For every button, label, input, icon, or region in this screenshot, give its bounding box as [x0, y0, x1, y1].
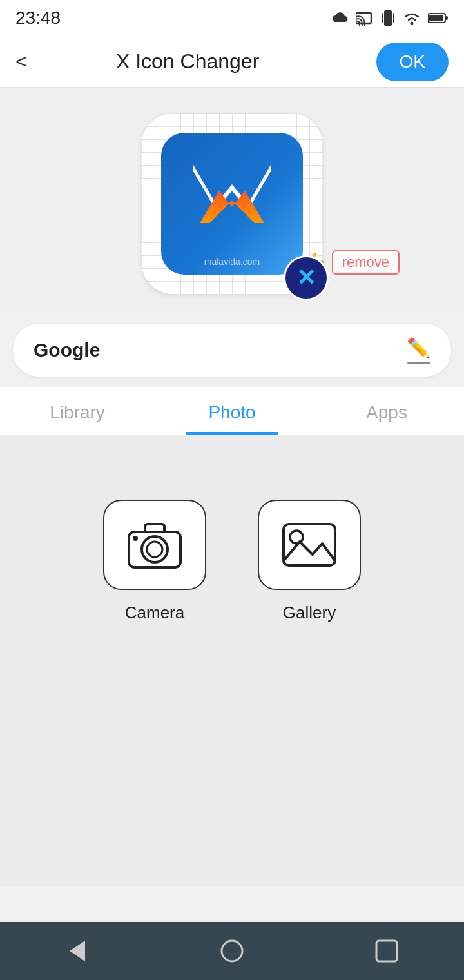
nav-bar: < X Icon Changer OK — [0, 36, 464, 88]
status-icons — [330, 9, 449, 27]
battery-icon — [428, 12, 449, 24]
camera-label: Camera — [125, 603, 184, 623]
app-name: Google — [34, 339, 100, 361]
name-section: Google ✏️ — [13, 324, 451, 377]
svg-rect-6 — [429, 15, 443, 21]
recent-nav-icon — [374, 938, 400, 964]
cast-icon — [356, 10, 374, 26]
svg-rect-18 — [376, 941, 397, 961]
camera-icon — [126, 519, 184, 571]
pencil-icon: ✏️ — [407, 337, 430, 359]
wifi-icon — [402, 10, 421, 26]
edit-name-button[interactable]: ✏️ — [407, 337, 430, 364]
svg-rect-14 — [284, 524, 335, 565]
ok-button[interactable]: OK — [376, 43, 449, 81]
x-badge-icon: ✕ — [296, 266, 316, 289]
gallery-icon-box — [258, 500, 361, 590]
x-badge: ✕ — [284, 255, 329, 300]
svg-point-12 — [147, 542, 162, 557]
photo-content: Camera Gallery — [0, 435, 464, 887]
tabs-row: Library Photo Apps — [0, 387, 464, 435]
status-bar: 23:48 — [0, 0, 464, 36]
gallery-icon — [280, 519, 338, 571]
gallery-label: Gallery — [283, 603, 336, 623]
edit-underline — [407, 362, 430, 364]
svg-rect-2 — [382, 13, 383, 23]
tab-library[interactable]: Library — [0, 387, 155, 435]
app-icon: malavida.com — [161, 133, 303, 275]
svg-point-13 — [133, 536, 138, 541]
camera-icon-box — [103, 500, 206, 590]
page-title: X Icon Changer — [38, 50, 338, 74]
gallery-option[interactable]: Gallery — [258, 500, 361, 623]
back-button[interactable]: < — [15, 44, 38, 79]
app-icon-graphic — [184, 159, 280, 249]
tab-photo[interactable]: Photo — [155, 387, 309, 435]
home-nav-icon — [219, 938, 245, 964]
recent-nav-button[interactable] — [367, 932, 406, 970]
svg-rect-7 — [445, 16, 448, 20]
back-nav-button[interactable] — [58, 932, 97, 970]
svg-point-17 — [222, 941, 242, 961]
camera-option[interactable]: Camera — [103, 500, 206, 623]
back-nav-icon — [64, 938, 90, 964]
svg-point-4 — [411, 22, 414, 25]
icon-preview-wrapper: malavida.com ✕ 👆 remove — [142, 113, 322, 294]
icon-preview-section: malavida.com ✕ 👆 remove — [0, 88, 464, 313]
status-time: 23:48 — [15, 8, 61, 28]
svg-point-11 — [142, 536, 168, 562]
bottom-nav — [0, 922, 464, 980]
cloud-icon — [330, 11, 349, 25]
svg-rect-1 — [384, 10, 392, 26]
watermark: malavida.com — [161, 257, 303, 267]
svg-rect-3 — [393, 13, 394, 23]
home-nav-button[interactable] — [213, 932, 251, 970]
remove-label: remove — [332, 250, 400, 275]
vibrate-icon — [380, 9, 396, 27]
photo-options-row: Camera Gallery — [103, 500, 361, 623]
svg-marker-16 — [70, 941, 85, 961]
tab-apps[interactable]: Apps — [309, 387, 464, 435]
